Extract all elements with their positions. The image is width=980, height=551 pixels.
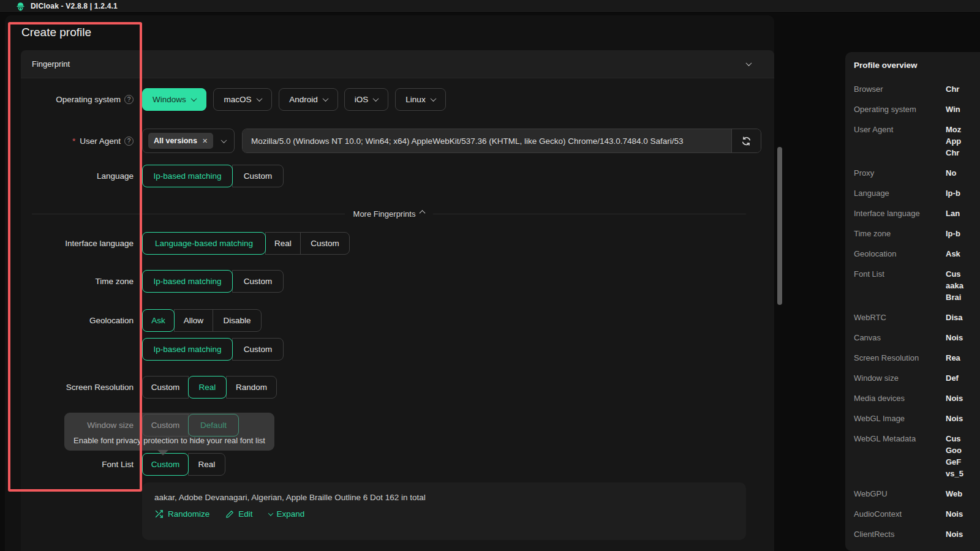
version-tag: All versions ✕ [148,133,213,149]
overview-row-label: Screen Resolution [854,352,946,364]
overview-row-label: Interface language [854,208,946,219]
overview-row-value: Web [946,488,962,500]
overview-row-value: Nois [946,392,963,404]
close-icon[interactable]: ✕ [202,137,208,145]
app-title: DICloak - V2.8.8 | 1.2.4.1 [31,2,118,10]
user-agent-input[interactable]: Mozilla/5.0 (Windows NT 10.0; Win64; x64… [243,129,731,152]
chevron-down-icon [430,96,436,102]
overview-row-value: Ask [946,248,960,260]
user-agent-field-group: Mozilla/5.0 (Windows NT 10.0; Win64; x64… [242,129,761,153]
row-geolocation-source: Ip-based matching Custom [0,338,774,361]
overview-row-value: CusGooGeFvs_5 [946,433,963,479]
fingerprint-section-label: Fingerprint [32,59,70,69]
required-asterisk: * [72,137,75,146]
more-fingerprints-divider: More Fingerprints [32,208,746,219]
font-list-panel: aakar, Adobe Devanagari, Algerian, Apple… [142,482,746,540]
font-list-label: Font List [102,460,134,469]
geolocation-allow-button[interactable]: Allow [174,309,213,332]
overview-row-label: Window size [854,372,946,384]
row-geolocation-mode: Geolocation Ask Allow Disable [0,309,774,332]
os-button-macos[interactable]: macOS [213,88,272,111]
overview-row-value: Nois [946,413,963,424]
overview-row-label: WebGPU [854,488,946,500]
overview-row: User Agent MozAppChr [854,124,980,159]
overview-row: Interface language Lan [854,208,980,219]
geolocation-ask-button[interactable]: Ask [142,309,175,332]
more-fingerprints-toggle[interactable]: More Fingerprints [353,209,425,219]
overview-row-label: WebRTC [854,312,946,323]
overview-row: Operating system Win [854,103,980,115]
os-button-android[interactable]: Android [279,88,338,111]
overview-row-value: Nois [946,332,963,343]
profile-overview-panel: Profile overview Browser Chr Operating s… [845,52,980,551]
row-language: Language Ip-based matching Custom [0,165,774,187]
overview-row-value: CusaakaBrai [946,268,963,303]
overview-row-label: WebGL Image [854,413,946,424]
tooltip-text: Enable font privacy protection to hide y… [74,436,265,445]
help-icon[interactable]: ? [124,95,134,104]
overview-row-label: Browser [854,83,946,95]
overview-row: Media devices Nois [854,392,980,404]
profile-overview-title: Profile overview [854,61,980,70]
overview-row-value: Ip-b [946,187,960,199]
overview-row-label: Geolocation [854,248,946,260]
scrollbar-thumb[interactable] [777,147,782,305]
screen-resolution-custom-button[interactable]: Custom [142,376,189,399]
edit-icon [225,510,234,519]
geolocation-disable-button[interactable]: Disable [213,309,262,332]
edit-button[interactable]: Edit [225,508,252,520]
overview-row-label: ClientRects [854,528,946,540]
interface-language-custom-button[interactable]: Custom [300,232,350,255]
geolocation-ip-based-button[interactable]: Ip-based matching [142,338,233,361]
os-button-ios[interactable]: iOS [344,88,388,111]
font-list-summary: aakar, Adobe Devanagari, Algerian, Apple… [154,492,734,503]
refresh-button[interactable] [731,129,761,152]
chevron-down-icon [322,96,328,102]
overview-row: ClientRects Nois [854,528,980,540]
overview-row-label: Canvas [854,332,946,343]
interface-language-matching-button[interactable]: Language-based matching [142,232,266,255]
overview-row-value: Chr [946,83,959,95]
os-button-windows[interactable]: Windows [142,88,206,111]
font-list-real-button[interactable]: Real [188,453,225,476]
overview-row: WebGL Image Nois [854,413,980,424]
row-interface-language: Interface language Language-based matchi… [0,232,774,255]
interface-language-real-button[interactable]: Real [265,232,301,255]
overview-row-value: Lan [946,208,960,219]
screen-resolution-label: Screen Resolution [66,383,134,392]
overview-row: Canvas Nois [854,332,980,343]
row-time-zone: Time zone Ip-based matching Custom [0,270,774,293]
time-zone-custom-button[interactable]: Custom [232,270,284,293]
operating-system-label: Operating system [56,95,121,104]
expand-button[interactable]: Expand [269,508,305,520]
overview-row-value: Ip-b [946,228,960,239]
randomize-button[interactable]: Randomize [154,508,209,520]
time-zone-ip-based-button[interactable]: Ip-based matching [142,270,233,293]
refresh-icon [741,136,752,146]
chevron-down-icon [256,96,262,102]
overview-row-label: Language [854,187,946,199]
chevron-down-icon [373,96,379,102]
chevron-down-icon[interactable] [746,60,752,66]
help-icon[interactable]: ? [124,137,134,146]
fingerprint-section-header[interactable]: Fingerprint [21,50,774,78]
overview-row-value: Nois [946,508,963,520]
interface-language-label: Interface language [65,239,134,248]
overview-row: Time zone Ip-b [854,228,980,239]
language-ip-based-button[interactable]: Ip-based matching [142,165,233,187]
row-font-list: Font List Custom Real [0,453,774,476]
tooltip-caret [157,450,168,461]
row-screen-resolution: Screen Resolution Custom Real Random [0,376,774,399]
fingerprint-card [21,50,774,551]
ua-versions-select[interactable]: All versions ✕ [142,129,235,153]
chevron-down-icon [268,511,273,515]
time-zone-label: Time zone [95,277,134,286]
row-user-agent: * User Agent ? All versions ✕ Mozilla/5.… [0,129,774,153]
overview-row-label: Operating system [854,103,946,115]
screen-resolution-random-button[interactable]: Random [226,376,277,399]
overview-row: Language Ip-b [854,187,980,199]
os-button-linux[interactable]: Linux [395,88,446,111]
screen-resolution-real-button[interactable]: Real [188,376,227,399]
geolocation-custom-button[interactable]: Custom [232,338,284,361]
language-custom-button[interactable]: Custom [232,165,284,187]
